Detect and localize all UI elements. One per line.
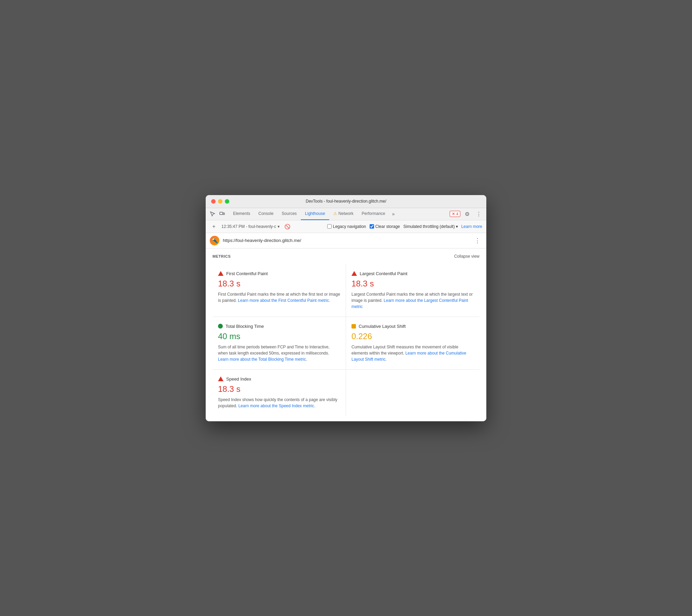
metrics-grid: First Contentful Paint 18.3 s First Cont… <box>213 264 479 416</box>
more-options-button[interactable]: ⋮ <box>474 209 484 219</box>
metric-value-cls: 0.226 <box>351 332 474 341</box>
metric-header-tbt: Total Blocking Time <box>218 324 340 329</box>
tab-console[interactable]: Console <box>254 208 278 220</box>
legacy-nav-checkbox-label[interactable]: Legacy navigation <box>327 224 366 229</box>
main-content: METRICS Collapse view First Contentful P… <box>206 248 486 421</box>
error-badge[interactable]: ✕ 4 <box>450 211 460 217</box>
tab-sources[interactable]: Sources <box>278 208 301 220</box>
more-tabs-button[interactable]: » <box>389 208 398 220</box>
time-text: 12:35:47 PM - foul-heavenly-c <box>221 224 276 229</box>
metrics-header: METRICS Collapse view <box>213 254 479 259</box>
metric-card-tbt: Total Blocking Time 40 ms Sum of all tim… <box>213 317 346 370</box>
dropdown-arrow-icon[interactable]: ▾ <box>278 224 280 229</box>
metric-name-lcp: Largest Contentful Paint <box>360 271 407 276</box>
metrics-section-title: METRICS <box>213 254 231 258</box>
clear-storage-checkbox-label[interactable]: Clear storage <box>370 224 400 229</box>
maximize-button[interactable] <box>225 199 229 204</box>
vertical-dots-icon: ⋮ <box>476 211 482 217</box>
lighthouse-logo-icon: 🔦 <box>210 236 219 245</box>
metric-link-tbt[interactable]: Learn more about the Total Blocking Time… <box>218 357 306 362</box>
clear-storage-checkbox[interactable] <box>370 224 374 229</box>
metric-value-fcp: 18.3 s <box>218 279 340 288</box>
throttle-select[interactable]: Simulated throttling (default) ▾ <box>403 224 458 229</box>
metric-header-cls: Cumulative Layout Shift <box>351 324 474 329</box>
metric-name-fcp: First Contentful Paint <box>226 271 268 276</box>
metric-description-fcp: First Contentful Paint marks the time at… <box>218 291 340 304</box>
secondary-toolbar: + 12:35:47 PM - foul-heavenly-c ▾ 🚫 Lega… <box>206 220 486 233</box>
throttle-dropdown-icon: ▾ <box>456 224 458 229</box>
metric-header-si: Speed Index <box>218 376 340 382</box>
time-indicator: 12:35:47 PM - foul-heavenly-c ▾ <box>221 224 280 229</box>
toolbar-right: ✕ 4 ⚙ ⋮ <box>450 209 484 219</box>
url-bar: 🔦 https://foul-heavenly-direction.glitch… <box>206 233 486 248</box>
green-circle-icon-tbt <box>218 324 223 329</box>
metric-link-fcp[interactable]: Learn more about the First Contentful Pa… <box>238 298 329 303</box>
orange-square-icon-cls <box>351 324 356 329</box>
svg-rect-0 <box>220 212 223 215</box>
metric-value-si: 18.3 s <box>218 384 340 394</box>
settings-button[interactable]: ⚙ <box>462 209 472 219</box>
device-toolbar-icon[interactable] <box>218 210 226 218</box>
metric-value-lcp: 18.3 s <box>351 279 474 288</box>
red-triangle-icon-si <box>218 376 223 381</box>
tab-elements[interactable]: Elements <box>229 208 254 220</box>
metric-link-si[interactable]: Learn more about the Speed Index metric <box>238 403 314 408</box>
svg-rect-1 <box>223 213 225 215</box>
legacy-nav-checkbox[interactable] <box>327 224 332 229</box>
metric-value-tbt: 40 ms <box>218 332 340 341</box>
metric-name-tbt: Total Blocking Time <box>226 324 264 329</box>
metric-card-fcp: First Contentful Paint 18.3 s First Cont… <box>213 264 346 317</box>
metric-card-si: Speed Index 18.3 s Speed Index shows how… <box>213 370 346 416</box>
url-more-icon: ⋮ <box>474 237 480 244</box>
window-title: DevTools - foul-heavenly-direction.glitc… <box>306 199 386 204</box>
add-button[interactable]: + <box>210 222 218 231</box>
error-count: 4 <box>456 212 458 216</box>
tab-lighthouse[interactable]: Lighthouse <box>301 208 329 220</box>
collapse-view-button[interactable]: Collapse view <box>454 254 479 259</box>
metric-name-si: Speed Index <box>226 376 251 382</box>
metric-description-lcp: Largest Contentful Paint marks the time … <box>351 291 474 310</box>
learn-more-link[interactable]: Learn more <box>461 224 482 229</box>
block-icon[interactable]: 🚫 <box>283 222 291 231</box>
network-warning-icon: ⚠ <box>333 211 337 216</box>
gear-icon: ⚙ <box>465 211 470 217</box>
toolbar-icons <box>208 210 226 218</box>
metric-card-cls: Cumulative Layout Shift 0.226 Cumulative… <box>346 317 479 370</box>
minimize-button[interactable] <box>218 199 222 204</box>
tab-network[interactable]: ⚠ Network <box>329 208 358 220</box>
page-url: https://foul-heavenly-direction.glitch.m… <box>223 238 469 243</box>
close-button[interactable] <box>211 199 216 204</box>
red-triangle-icon-lcp <box>351 271 357 276</box>
traffic-lights <box>211 199 229 204</box>
devtools-window: DevTools - foul-heavenly-direction.glitc… <box>206 195 486 421</box>
tab-performance[interactable]: Performance <box>358 208 389 220</box>
tab-list: Elements Console Sources Lighthouse ⚠ Ne… <box>229 208 450 220</box>
metric-header-lcp: Largest Contentful Paint <box>351 271 474 276</box>
metric-description-cls: Cumulative Layout Shift measures the mov… <box>351 344 474 362</box>
metric-card-empty <box>346 370 479 416</box>
titlebar: DevTools - foul-heavenly-direction.glitc… <box>206 195 486 208</box>
inspect-icon[interactable] <box>208 210 217 218</box>
red-triangle-icon-fcp <box>218 271 223 276</box>
metric-name-cls: Cumulative Layout Shift <box>359 324 406 329</box>
error-icon: ✕ <box>452 211 455 216</box>
metric-header-fcp: First Contentful Paint <box>218 271 340 276</box>
url-menu-button[interactable]: ⋮ <box>473 236 482 245</box>
metric-description-tbt: Sum of all time periods between FCP and … <box>218 344 340 362</box>
metric-card-lcp: Largest Contentful Paint 18.3 s Largest … <box>346 264 479 317</box>
devtools-toolbar: Elements Console Sources Lighthouse ⚠ Ne… <box>206 208 486 220</box>
metric-description-si: Speed Index shows how quickly the conten… <box>218 397 340 409</box>
